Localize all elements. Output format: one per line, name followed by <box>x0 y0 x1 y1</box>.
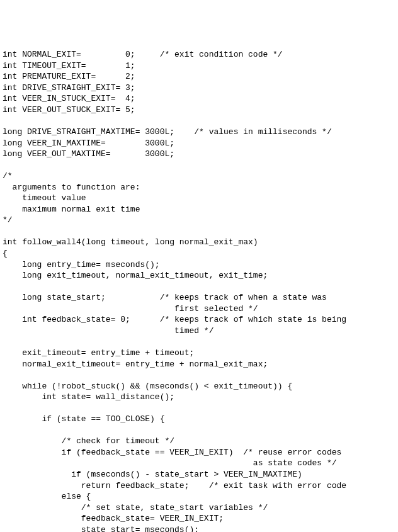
code-line: arguments to function are: <box>3 183 140 192</box>
code-line: int VEER_OUT_STUCK_EXIT= 5; <box>3 105 135 115</box>
code-line: /* <box>3 171 13 181</box>
code-line: timed */ <box>3 326 213 336</box>
code-line: long entry_time= mseconds(); <box>3 260 160 269</box>
code-line: maximum normal exit time <box>3 205 140 214</box>
code-line: normal_exit_timeout= entry_time + normal… <box>3 359 268 369</box>
code-line: as state codes */ <box>3 458 337 468</box>
code-line: first selected */ <box>3 304 258 314</box>
code-line: int TIMEOUT_EXIT= 1; <box>3 61 135 71</box>
code-line: else { <box>3 492 91 501</box>
code-line: if (feedback_state == VEER_IN_EXIT) /* r… <box>3 448 341 457</box>
code-line: int state= wall_distance(); <box>3 392 174 402</box>
code-line: if (mseconds() - state_start > VEER_IN_M… <box>3 470 302 479</box>
code-line: long VEER_IN_MAXTIME= 3000L; <box>3 139 174 148</box>
code-line: if (state == TOO_CLOSE) { <box>3 414 164 424</box>
code-line: int NORMAL_EXIT= 0; /* exit condition co… <box>3 50 283 59</box>
code-line: exit_timeout= entry_time + timeout; <box>3 348 194 358</box>
code-line: long DRIVE_STRAIGHT_MAXTIME= 3000L; /* v… <box>3 127 332 137</box>
code-line: int VEER_IN_STUCK_EXIT= 4; <box>3 94 135 103</box>
code-line: while (!robot_stuck() && (mseconds() < e… <box>3 382 292 391</box>
code-line: int follow_wall4(long timeout, long norm… <box>3 237 258 247</box>
code-line: long state_start; /* keeps track of when… <box>3 293 327 302</box>
code-line: int feedback_state= 0; /* keeps track of… <box>3 315 346 324</box>
code-line: timeout value <box>3 193 86 203</box>
code-line: int PREMATURE_EXIT= 2; <box>3 72 135 81</box>
code-line: */ <box>3 215 13 225</box>
code-line: return feedback_state; /* exit task with… <box>3 481 346 490</box>
code-line: feedback_state= VEER_IN_EXIT; <box>3 514 224 523</box>
code-line: long VEER_OUT_MAXTIME= 3000L; <box>3 149 174 159</box>
code-line: int DRIVE_STRAIGHT_EXIT= 3; <box>3 83 135 93</box>
code-line: /* set state, state_start variables */ <box>3 503 268 512</box>
source-code-block: int NORMAL_EXIT= 0; /* exit condition co… <box>3 49 398 532</box>
code-line: long exit_timeout, normal_exit_timeout, … <box>3 271 268 280</box>
code-line: /* check for timeout */ <box>3 436 174 446</box>
code-line: { <box>3 249 8 258</box>
code-line: state_start= mseconds(); <box>3 525 199 532</box>
